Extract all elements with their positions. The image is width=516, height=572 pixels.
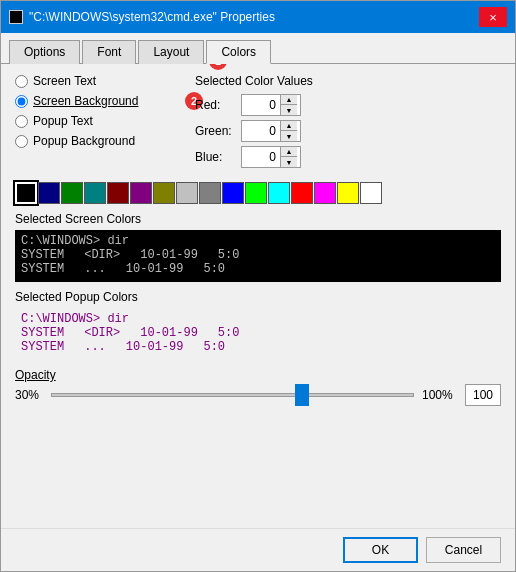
window-icon: [9, 10, 23, 24]
green-spinbox: 0 ▲ ▼: [241, 120, 301, 142]
color-swatch-6[interactable]: [153, 182, 175, 204]
color-swatch-0[interactable]: [15, 182, 37, 204]
color-swatch-8[interactable]: [199, 182, 221, 204]
red-spin-buttons: ▲ ▼: [280, 95, 297, 115]
top-row: Screen Text Screen Background 2 Popup Te…: [15, 74, 501, 172]
radio-popup-background[interactable]: Popup Background: [15, 134, 175, 148]
screen-line3: SYSTEM ... 10-01-99 5:0: [21, 262, 495, 276]
opacity-label: Opacity: [15, 368, 56, 382]
content-area: Screen Text Screen Background 2 Popup Te…: [1, 64, 515, 528]
color-swatch-11[interactable]: [268, 182, 290, 204]
screen-preview: C:\WINDOWS> dir SYSTEM <DIR> 10-01-99 5:…: [15, 230, 501, 282]
radio-popup-text[interactable]: Popup Text: [15, 114, 175, 128]
tab-colors[interactable]: Colors: [206, 40, 271, 64]
title-bar: "C:\WINDOWS\system32\cmd.exe" Properties…: [1, 1, 515, 33]
red-spin-down[interactable]: ▼: [281, 105, 297, 115]
green-input[interactable]: 0: [242, 121, 280, 141]
radio-screen-text[interactable]: Screen Text: [15, 74, 175, 88]
title-bar-left: "C:\WINDOWS\system32\cmd.exe" Properties: [9, 10, 275, 24]
cancel-button[interactable]: Cancel: [426, 537, 501, 563]
color-swatch-1[interactable]: [38, 182, 60, 204]
blue-input[interactable]: 0: [242, 147, 280, 167]
red-input[interactable]: 0: [242, 95, 280, 115]
red-row: Red: 0 ▲ ▼: [195, 94, 501, 116]
color-swatch-13[interactable]: [314, 182, 336, 204]
color-swatch-7[interactable]: [176, 182, 198, 204]
screen-colors-label: Selected Screen Colors: [15, 212, 501, 226]
blue-spinbox: 0 ▲ ▼: [241, 146, 301, 168]
tabs-bar: Options Font Layout Colors: [1, 33, 515, 64]
green-label: Green:: [195, 124, 235, 138]
radio-group: Screen Text Screen Background 2 Popup Te…: [15, 74, 175, 172]
color-swatch-5[interactable]: [130, 182, 152, 204]
blue-spin-up[interactable]: ▲: [281, 147, 297, 157]
color-swatch-14[interactable]: [337, 182, 359, 204]
opacity-max: 100%: [422, 388, 457, 402]
tab-options[interactable]: Options: [9, 40, 80, 64]
color-values-panel: 1 Selected Color Values Red: 0 ▲ ▼ Green…: [195, 74, 501, 172]
color-swatch-9[interactable]: [222, 182, 244, 204]
green-spin-up[interactable]: ▲: [281, 121, 297, 131]
annotation-1-area: 1: [205, 64, 227, 70]
color-swatch-10[interactable]: [245, 182, 267, 204]
popup-line1: C:\WINDOWS> dir: [21, 312, 495, 326]
green-spin-buttons: ▲ ▼: [280, 121, 297, 141]
red-label: Red:: [195, 98, 235, 112]
annotation-1: 1: [209, 64, 227, 70]
color-swatch-15[interactable]: [360, 182, 382, 204]
opacity-min: 30%: [15, 388, 43, 402]
opacity-section: Opacity 30% 100% 100: [15, 368, 501, 406]
bottom-bar: OK Cancel: [1, 528, 515, 571]
close-button[interactable]: ×: [479, 7, 507, 27]
ok-button[interactable]: OK: [343, 537, 418, 563]
slider-container: [51, 385, 414, 405]
green-spin-down[interactable]: ▼: [281, 131, 297, 141]
radio-screen-background[interactable]: Screen Background 2: [15, 94, 175, 108]
blue-spin-down[interactable]: ▼: [281, 157, 297, 167]
blue-label: Blue:: [195, 150, 235, 164]
properties-dialog: "C:\WINDOWS\system32\cmd.exe" Properties…: [0, 0, 516, 572]
color-values-title: Selected Color Values: [195, 74, 501, 88]
red-spin-up[interactable]: ▲: [281, 95, 297, 105]
color-swatch-12[interactable]: [291, 182, 313, 204]
popup-colors-label: Selected Popup Colors: [15, 290, 501, 304]
window-title: "C:\WINDOWS\system32\cmd.exe" Properties: [29, 10, 275, 24]
color-swatch-4[interactable]: [107, 182, 129, 204]
tab-font[interactable]: Font: [82, 40, 136, 64]
tab-layout[interactable]: Layout: [138, 40, 204, 64]
screen-line2: SYSTEM <DIR> 10-01-99 5:0: [21, 248, 495, 262]
color-swatch-3[interactable]: [84, 182, 106, 204]
opacity-label-row: Opacity: [15, 368, 501, 382]
blue-spin-buttons: ▲ ▼: [280, 147, 297, 167]
opacity-value: 100: [473, 388, 493, 402]
screen-line1: C:\WINDOWS> dir: [21, 234, 495, 248]
green-row: Green: 0 ▲ ▼: [195, 120, 501, 142]
popup-line3: SYSTEM ... 10-01-99 5:0: [21, 340, 495, 354]
opacity-slider[interactable]: [51, 393, 414, 397]
opacity-value-box: 100: [465, 384, 501, 406]
color-swatch-2[interactable]: [61, 182, 83, 204]
red-spinbox: 0 ▲ ▼: [241, 94, 301, 116]
popup-preview: C:\WINDOWS> dir SYSTEM <DIR> 10-01-99 5:…: [15, 308, 501, 360]
color-palette: [15, 182, 501, 204]
slider-row: 30% 100% 100: [15, 384, 501, 406]
popup-line2: SYSTEM <DIR> 10-01-99 5:0: [21, 326, 495, 340]
blue-row: Blue: 0 ▲ ▼: [195, 146, 501, 168]
